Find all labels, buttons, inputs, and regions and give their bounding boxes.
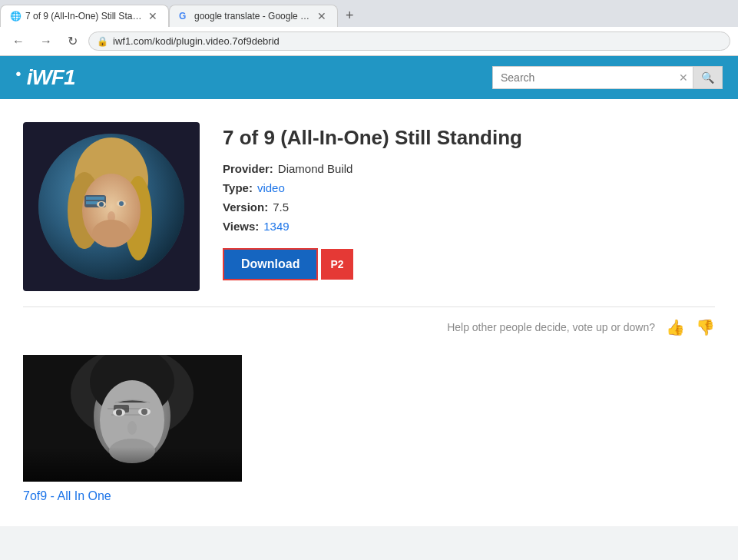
thumbnail-circle <box>38 134 184 280</box>
tab-title-7of9: 7 of 9 (All-In-One) Still Standing <box>25 11 142 22</box>
preview-image <box>23 355 242 482</box>
tab-7of9[interactable]: 🌐 7 of 9 (All-In-One) Still Standing ✕ <box>0 5 169 27</box>
svg-rect-7 <box>86 201 98 204</box>
face-svg <box>38 134 184 280</box>
search-box: ✕ 🔍 <box>492 66 723 89</box>
vote-section: Help other people decide, vote up or dow… <box>23 307 715 347</box>
download-button[interactable]: Download <box>223 248 318 280</box>
plugin-thumbnail <box>23 122 200 291</box>
svg-point-11 <box>119 201 124 206</box>
svg-rect-26 <box>23 447 242 482</box>
search-input[interactable] <box>493 67 674 88</box>
svg-point-22 <box>116 409 122 416</box>
views-row: Views: 1349 <box>223 220 715 233</box>
lock-icon: 🔒 <box>97 36 108 47</box>
tab-favicon-7of9: 🌐 <box>10 11 21 22</box>
svg-point-23 <box>141 409 147 415</box>
version-value: 7.5 <box>273 200 289 214</box>
tab-close-google[interactable]: ✕ <box>316 10 328 22</box>
search-button[interactable]: 🔍 <box>693 67 722 88</box>
search-icon: 🔍 <box>701 71 714 84</box>
tab-bar: 🌐 7 of 9 (All-In-One) Still Standing ✕ G… <box>0 0 738 27</box>
version-label: Version: <box>223 200 268 214</box>
thumbs-down-icon: 👎 <box>696 319 715 336</box>
site-header: ● iWF1 ✕ 🔍 <box>0 56 738 99</box>
plugin-sub-title[interactable]: 7of9 - All In One <box>23 489 715 503</box>
site-logo[interactable]: ● iWF1 <box>15 65 75 90</box>
type-label: Type: <box>223 181 253 194</box>
lower-content: 7of9 - All In One <box>23 347 715 511</box>
thumbs-down-button[interactable]: 👎 <box>696 318 715 336</box>
thumbs-up-button[interactable]: 👍 <box>666 318 685 336</box>
search-clear-icon[interactable]: ✕ <box>674 71 693 84</box>
p2-badge: P2 <box>321 249 352 280</box>
plugin-meta: Provider: Diamond Build Type: video Vers… <box>223 162 715 233</box>
svg-point-13 <box>92 220 131 247</box>
forward-button[interactable]: → <box>35 33 57 50</box>
plugin-title: 7 of 9 (All-In-One) Still Standing <box>223 126 715 150</box>
reload-button[interactable]: ↻ <box>63 32 82 50</box>
tab-title-google: google translate - Google Search <box>194 11 311 22</box>
plugin-info: 7 of 9 (All-In-One) Still Standing Provi… <box>223 122 715 291</box>
provider-label: Provider: <box>223 162 273 175</box>
thumbs-up-icon: 👍 <box>666 319 685 336</box>
preview-face <box>23 355 242 482</box>
type-row: Type: video <box>223 181 715 194</box>
tab-google[interactable]: G google translate - Google Search ✕ <box>169 5 338 27</box>
svg-rect-6 <box>86 197 104 200</box>
plugin-header: 7 of 9 (All-In-One) Still Standing Provi… <box>23 114 715 307</box>
browser-window: 🌐 7 of 9 (All-In-One) Still Standing ✕ G… <box>0 0 738 56</box>
tab-favicon-google: G <box>179 11 190 22</box>
svg-point-24 <box>127 421 137 435</box>
new-tab-button[interactable]: + <box>338 5 362 27</box>
address-bar[interactable]: 🔒 iwf1.com/kodi/plugin.video.7of9debrid <box>88 31 730 51</box>
nav-bar: ← → ↻ 🔒 iwf1.com/kodi/plugin.video.7of9d… <box>0 27 738 56</box>
svg-point-10 <box>99 202 104 207</box>
download-area: Download P2 <box>223 248 715 280</box>
preview-svg <box>23 355 242 482</box>
provider-value: Diamond Build <box>278 162 353 175</box>
url-display: iwf1.com/kodi/plugin.video.7of9debrid <box>113 35 722 47</box>
main-content: 7 of 9 (All-In-One) Still Standing Provi… <box>0 99 738 526</box>
views-value[interactable]: 1349 <box>263 220 289 233</box>
vote-text: Help other people decide, vote up or dow… <box>447 321 655 333</box>
type-value[interactable]: video <box>257 181 285 194</box>
back-button[interactable]: ← <box>8 33 29 50</box>
provider-row: Provider: Diamond Build <box>223 162 715 175</box>
views-label: Views: <box>223 220 259 233</box>
version-row: Version: 7.5 <box>223 200 715 214</box>
tab-close-7of9[interactable]: ✕ <box>147 10 159 22</box>
